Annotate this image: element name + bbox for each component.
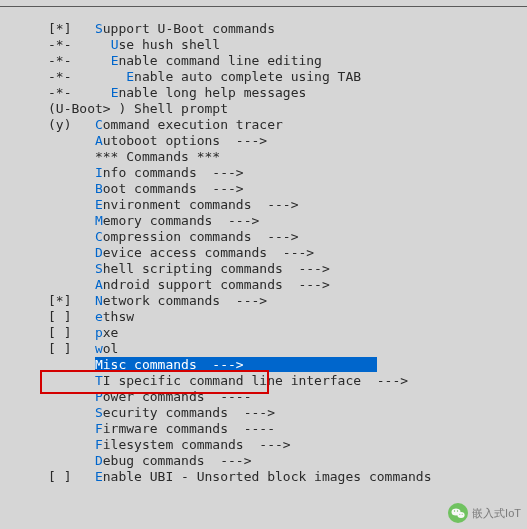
menu-item[interactable]: Debug commands --->	[48, 453, 527, 469]
hotkey-letter: p	[95, 325, 103, 340]
hotkey-letter: U	[111, 37, 119, 52]
hotkey-letter: T	[95, 373, 103, 388]
menu-item[interactable]: Info commands --->	[48, 165, 527, 181]
hotkey-letter: E	[126, 69, 134, 84]
hotkey-letter: e	[95, 309, 103, 324]
hotkey-letter: D	[95, 453, 103, 468]
svg-point-3	[454, 510, 455, 511]
menu-item[interactable]: -*- Enable long help messages	[48, 85, 527, 101]
menu-item[interactable]: Android support commands --->	[48, 277, 527, 293]
hotkey-letter: E	[111, 85, 119, 100]
menu-item[interactable]: Memory commands --->	[48, 213, 527, 229]
hotkey-letter: N	[95, 293, 103, 308]
menu-item[interactable]: [*] Support U-Boot commands	[48, 21, 527, 37]
watermark: 嵌入式IoT	[448, 503, 521, 523]
menu-item[interactable]: *** Commands ***	[48, 149, 527, 165]
menu-item[interactable]: Filesystem commands --->	[48, 437, 527, 453]
menu-item[interactable]: [ ] wol	[48, 341, 527, 357]
hotkey-letter: I	[95, 165, 103, 180]
hotkey-letter: S	[95, 261, 103, 276]
menu-item[interactable]: Power commands ----	[48, 389, 527, 405]
menu-item[interactable]: Shell scripting commands --->	[48, 261, 527, 277]
hotkey-letter: w	[95, 341, 103, 356]
menu-item[interactable]: Security commands --->	[48, 405, 527, 421]
hotkey-letter: F	[95, 421, 103, 436]
menu-item[interactable]: Environment commands --->	[48, 197, 527, 213]
top-rule	[0, 6, 527, 7]
hotkey-letter: A	[95, 133, 103, 148]
menu-item[interactable]: Device access commands --->	[48, 245, 527, 261]
hotkey-letter: C	[95, 117, 103, 132]
menu-item[interactable]: (y) Command execution tracer	[48, 117, 527, 133]
menu-item[interactable]: (U-Boot> ) Shell prompt	[48, 101, 527, 117]
hotkey-letter: F	[95, 437, 103, 452]
menu-item[interactable]: [ ] ethsw	[48, 309, 527, 325]
menu-item[interactable]: Misc commands --->	[48, 357, 527, 373]
hotkey-letter: S	[95, 21, 103, 36]
svg-point-2	[457, 512, 464, 518]
hotkey-letter: E	[95, 197, 103, 212]
menu-item[interactable]: Autoboot options --->	[48, 133, 527, 149]
menuconfig-list[interactable]: [*] Support U-Boot commands-*- Use hush …	[0, 11, 527, 485]
hotkey-letter: D	[95, 245, 103, 260]
hotkey-letter: C	[95, 229, 103, 244]
menu-item[interactable]: Boot commands --->	[48, 181, 527, 197]
wechat-icon	[448, 503, 468, 523]
watermark-text: 嵌入式IoT	[472, 505, 521, 521]
hotkey-letter: S	[95, 405, 103, 420]
menu-item[interactable]: Compression commands --->	[48, 229, 527, 245]
hotkey-letter: E	[111, 53, 119, 68]
svg-point-4	[457, 510, 458, 511]
menu-item[interactable]: TI specific command line interface --->	[48, 373, 527, 389]
menu-item[interactable]: Firmware commands ----	[48, 421, 527, 437]
hotkey-letter: A	[95, 277, 103, 292]
selected-menu-item[interactable]: Misc commands --->	[95, 357, 377, 372]
menu-item[interactable]: -*- Enable command line editing	[48, 53, 527, 69]
hotkey-letter: P	[95, 389, 103, 404]
hotkey-letter: B	[95, 181, 103, 196]
menu-item[interactable]: [*] Network commands --->	[48, 293, 527, 309]
menu-item[interactable]: -*- Enable auto complete using TAB	[48, 69, 527, 85]
menu-item[interactable]: -*- Use hush shell	[48, 37, 527, 53]
menu-item[interactable]: [ ] pxe	[48, 325, 527, 341]
hotkey-letter: M	[95, 213, 103, 228]
hotkey-letter: E	[95, 469, 103, 484]
svg-point-6	[462, 514, 463, 515]
svg-point-5	[459, 514, 460, 515]
menu-item[interactable]: [ ] Enable UBI - Unsorted block images c…	[48, 469, 527, 485]
